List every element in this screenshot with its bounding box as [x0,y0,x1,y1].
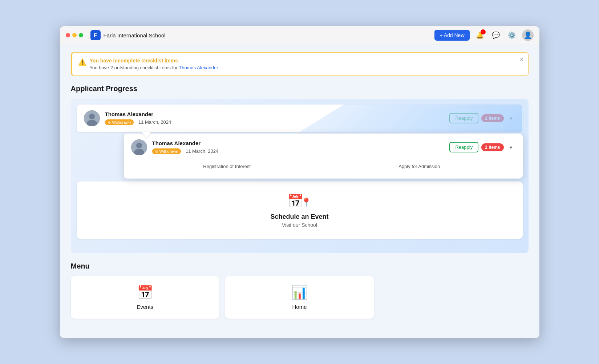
triangle-pointer [142,132,151,138]
applicant-status-row: ⊙ Withdrawn 11 March, 2024 [105,119,445,126]
notifications-button[interactable]: 🔔 1 [474,29,486,41]
add-new-button[interactable]: + Add New [434,30,469,41]
schedule-event-subtitle: Visit our School [84,222,515,228]
alert-banner: ⚠️ You have incomplete checklist items Y… [71,52,529,76]
alert-text: You have incomplete checklist items You … [90,58,522,70]
status-badge-primary: ⊙ Withdrawn [105,119,134,125]
alert-title: You have incomplete checklist items [90,58,522,64]
maximize-button[interactable] [79,33,83,37]
applicant-name-primary: Thomas Alexander [105,111,445,117]
reapply-button-popup[interactable]: Reapply [449,142,478,152]
popup-header: Thomas Alexander ⊙ Withdrawn 11 March, 2… [131,139,515,155]
popup-status-row: ⊙ Withdrawn 11 March, 2024 [152,148,445,155]
items-badge-popup: 2 items [481,143,503,151]
close-button[interactable] [66,33,70,37]
applicant-date-primary: 11 March, 2024 [138,119,171,125]
main-content: ⚠️ You have incomplete checklist items Y… [60,45,539,338]
applicant-avatar-primary [84,110,100,126]
applicant-card-primary: Thomas Alexander ⊙ Withdrawn 11 March, 2… [77,105,523,132]
applicant-actions-primary: Reapply 2 items ▾ [449,113,515,123]
titlebar-right: + Add New 🔔 1 💬 ⚙️ 👤 [434,29,533,41]
step-registration: Registration of Interest [131,160,324,173]
alert-close-button[interactable]: × [520,56,524,63]
menu-card-events[interactable]: 📅 Events [71,276,219,319]
reapply-button-primary[interactable]: Reapply [449,113,478,123]
alert-link[interactable]: Thomas Alexander [179,65,218,70]
alert-desc: You have 2 outstanding checklist items f… [90,65,522,70]
dropdown-arrow-primary[interactable]: ▾ [507,114,515,123]
menu-grid: 📅 Events 📊 Home [71,276,529,319]
svg-point-1 [89,114,95,119]
svg-point-4 [136,143,142,148]
popup-actions: Reapply 2 items ▾ [449,142,515,152]
traffic-lights [66,33,83,37]
events-icon: 📅 [77,285,214,300]
dropdown-arrow-popup[interactable]: ▾ [507,143,515,152]
items-badge-primary: 2 items [481,114,503,122]
home-label: Home [231,304,368,310]
alert-icon: ⚠️ [78,58,86,66]
events-label: Events [77,304,214,310]
schedule-event-icon: 📅📍 [84,192,515,209]
schedule-event-title: Schedule an Event [84,213,515,221]
schedule-event-card[interactable]: 📅📍 Schedule an Event Visit our School [77,181,523,239]
user-avatar[interactable]: 👤 [522,29,534,41]
popup-avatar [131,139,147,155]
cards-section: Thomas Alexander ⊙ Withdrawn 11 March, 2… [71,99,529,253]
popup-name: Thomas Alexander [152,140,445,146]
section-title-menu: Menu [71,262,529,270]
popup-status-badge: ⊙ Withdrawn [152,148,181,154]
popup-date: 11 March, 2024 [186,148,218,154]
brand: F Faria International School [90,30,166,40]
applicant-info-primary: Thomas Alexander ⊙ Withdrawn 11 March, 2… [105,111,445,126]
home-icon: 📊 [231,285,368,300]
minimize-button[interactable] [72,33,77,37]
popup-info: Thomas Alexander ⊙ Withdrawn 11 March, 2… [152,140,445,155]
notification-badge: 1 [481,29,486,34]
brand-name: Faria International School [104,32,166,38]
popup-card: Thomas Alexander ⊙ Withdrawn 11 March, 2… [124,134,523,179]
step-admission: Apply for Admission [323,160,515,173]
settings-button[interactable]: ⚙️ [506,29,518,41]
brand-logo: F [90,30,101,40]
section-title-applicant-progress: Applicant Progress [71,85,529,93]
menu-card-home[interactable]: 📊 Home [225,276,374,319]
messages-button[interactable]: 💬 [490,29,502,41]
titlebar: F Faria International School + Add New 🔔… [60,26,539,45]
